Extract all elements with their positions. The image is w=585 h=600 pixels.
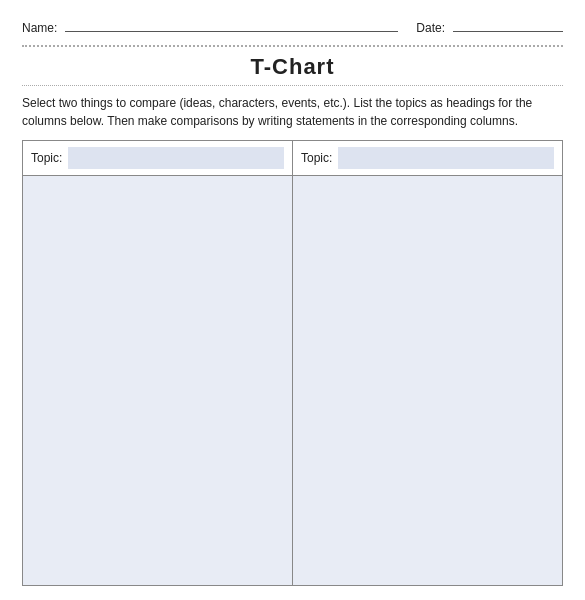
content-cell-2[interactable] — [293, 176, 562, 585]
date-label: Date: — [416, 21, 445, 35]
topic-2-input[interactable] — [338, 147, 554, 169]
name-input-line[interactable] — [65, 18, 398, 32]
name-label: Name: — [22, 21, 57, 35]
chart-title: T-Chart — [251, 54, 335, 79]
bottom-dotted-divider — [22, 85, 563, 86]
topic-2-cell: Topic: — [293, 141, 562, 175]
t-chart: Topic: Topic: — [22, 140, 563, 586]
content-cell-1[interactable] — [23, 176, 293, 585]
content-row — [23, 176, 562, 585]
title-section: T-Chart — [22, 47, 563, 85]
topic-1-cell: Topic: — [23, 141, 293, 175]
topic-1-input[interactable] — [68, 147, 284, 169]
topic-header-row: Topic: Topic: — [23, 141, 562, 176]
page: Name: Date: T-Chart Select two things to… — [0, 0, 585, 600]
header-row: Name: Date: — [22, 18, 563, 35]
instructions-text: Select two things to compare (ideas, cha… — [22, 94, 563, 130]
topic-2-label: Topic: — [301, 151, 332, 165]
date-input-line[interactable] — [453, 18, 563, 32]
topic-1-label: Topic: — [31, 151, 62, 165]
